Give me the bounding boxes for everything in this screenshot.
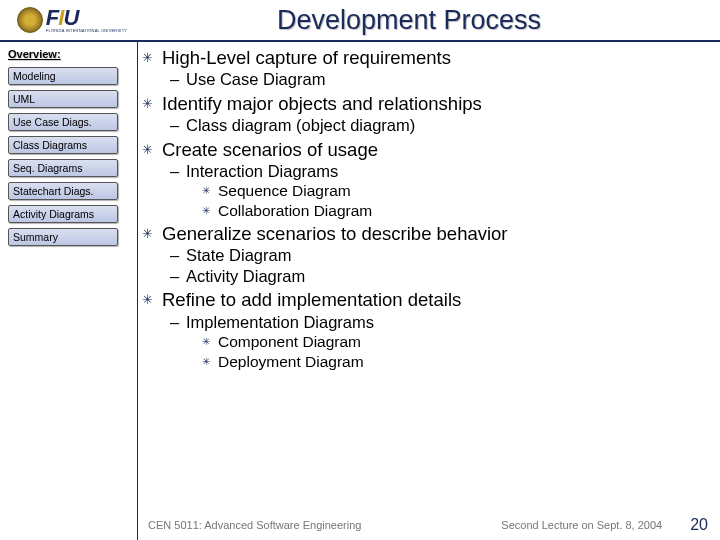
sub-bullet: Activity Diagram: [170, 266, 708, 287]
fiu-letters: FIU: [46, 7, 127, 29]
sub-sub-bullet: Deployment Diagram: [202, 352, 708, 371]
bullet-item: Generalize scenarios to describe behavio…: [142, 222, 708, 286]
page-number: 20: [690, 516, 708, 534]
slide-title: Development Process: [138, 5, 720, 36]
sub-sub-bullet: Sequence Diagram: [202, 181, 708, 200]
logo-subtitle: FLORIDA INTERNATIONAL UNIVERSITY: [46, 29, 127, 33]
nav-summary[interactable]: Summary: [8, 228, 118, 246]
slide: FIU FLORIDA INTERNATIONAL UNIVERSITY Dev…: [0, 0, 720, 540]
sub-bullet: State Diagram: [170, 245, 708, 266]
bullet-text: Create scenarios of usage: [162, 139, 378, 160]
bullet-text: High-Level capture of requirements: [162, 47, 451, 68]
nav-modeling[interactable]: Modeling: [8, 67, 118, 85]
sidebar-heading: Overview:: [8, 48, 129, 60]
fiu-mark: FIU FLORIDA INTERNATIONAL UNIVERSITY: [46, 7, 127, 33]
footer-course: CEN 5011: Advanced Software Engineering: [148, 519, 361, 531]
sub-bullet: Implementation Diagrams Component Diagra…: [170, 312, 708, 371]
logo-letter-f: F: [46, 5, 58, 30]
logo: FIU FLORIDA INTERNATIONAL UNIVERSITY: [0, 0, 138, 40]
bullet-list: High-Level capture of requirements Use C…: [142, 46, 708, 371]
logo-letter-u: U: [63, 5, 78, 30]
content-area: High-Level capture of requirements Use C…: [138, 42, 720, 540]
footer-lecture: Second Lecture on Sept. 8, 2004: [501, 519, 662, 531]
nav-seq-diagrams[interactable]: Seq. Diagrams: [8, 159, 118, 177]
nav-uml[interactable]: UML: [8, 90, 118, 108]
slide-body: Overview: Modeling UML Use Case Diags. C…: [0, 42, 720, 540]
bullet-text: Generalize scenarios to describe behavio…: [162, 223, 508, 244]
sub-bullet: Class diagram (object diagram): [170, 115, 708, 136]
header-bar: FIU FLORIDA INTERNATIONAL UNIVERSITY Dev…: [0, 0, 720, 42]
sub-bullet: Use Case Diagram: [170, 69, 708, 90]
footer: CEN 5011: Advanced Software Engineering …: [0, 516, 720, 534]
nav-class-diagrams[interactable]: Class Diagrams: [8, 136, 118, 154]
nav-activity-diagrams[interactable]: Activity Diagrams: [8, 205, 118, 223]
bullet-text: Identify major objects and relationships: [162, 93, 482, 114]
bullet-item: Refine to add implementation details Imp…: [142, 288, 708, 371]
bullet-text: Refine to add implementation details: [162, 289, 461, 310]
bullet-item: High-Level capture of requirements Use C…: [142, 46, 708, 90]
sidebar: Overview: Modeling UML Use Case Diags. C…: [0, 42, 138, 540]
sub-sub-bullet: Collaboration Diagram: [202, 201, 708, 220]
nav-statechart-diags[interactable]: Statechart Diags.: [8, 182, 118, 200]
bullet-item: Create scenarios of usage Interaction Di…: [142, 138, 708, 221]
sub-bullet: Interaction Diagrams Sequence Diagram Co…: [170, 161, 708, 220]
sub-sub-bullet: Component Diagram: [202, 332, 708, 351]
seal-icon: [17, 7, 43, 33]
nav-use-case-diags[interactable]: Use Case Diags.: [8, 113, 118, 131]
bullet-item: Identify major objects and relationships…: [142, 92, 708, 136]
